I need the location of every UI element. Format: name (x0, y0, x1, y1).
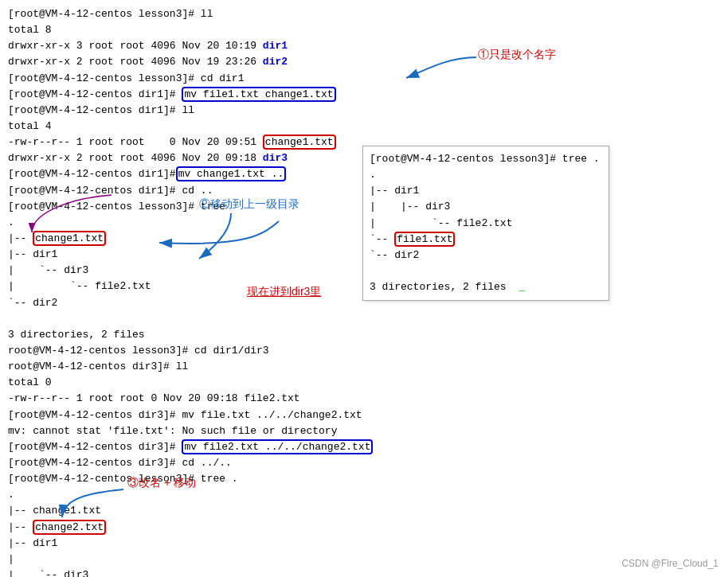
float-line-8 (370, 263, 602, 279)
line-23: root@VM-4-12-centos dir3]# ll (8, 359, 720, 375)
file1-float-highlight: file1.txt (394, 232, 455, 247)
line-31: . (8, 487, 720, 503)
annotation-now-text: 现在进到dir3里 (247, 285, 321, 298)
change1-txt-highlight: change1.txt (263, 135, 336, 150)
dir2-label: dir2 (263, 56, 288, 68)
annotation-rename: ①只是改个名字 (478, 48, 556, 62)
line-33: |-- change2.txt (8, 520, 720, 536)
line-2: total 8 (8, 22, 720, 38)
dir3-label: dir3 (263, 152, 288, 164)
float-terminal-box: [root@VM-4-12-centos lesson3]# tree . . … (362, 146, 609, 301)
float-line-2: . (370, 167, 602, 183)
line-6: [root@VM-4-12-centos dir1]# mv file1.txt… (8, 87, 720, 103)
line-29: [root@VM-4-12-centos dir3]# cd ../.. (8, 455, 720, 471)
line-1: [root@VM-4-12-centos lesson3]# ll (8, 6, 720, 22)
annotation-move-up: ②移动到上一级目录 (199, 197, 299, 212)
line-34: |-- dir1 (8, 536, 720, 552)
line-24: total 0 (8, 375, 720, 391)
float-cursor: _ (519, 281, 525, 293)
line-20 (8, 311, 720, 327)
line-35: | (8, 552, 720, 567)
annotation-now-in-dir3: 现在进到dir3里 (247, 285, 321, 299)
cmd-mv-file2: mv file2.txt ../../change2.txt (182, 439, 373, 454)
line-30: [root@VM-4-12-centos lesson3]# tree . (8, 471, 720, 487)
line-32: |-- change1.txt (8, 503, 720, 519)
dir1-label: dir1 (263, 40, 288, 52)
cmd-mv-change1: mv change1.txt .. (176, 166, 287, 181)
change2-tree-highlight: change2.txt (33, 520, 106, 535)
line-27: mv: cannot stat 'file.txt': No such file… (8, 423, 720, 439)
line-25: -rw-r--r-- 1 root root 0 Nov 20 09:18 fi… (8, 391, 720, 407)
watermark: CSDN @Fire_Cloud_1 (621, 558, 718, 569)
line-36: | `-- dir3 (8, 567, 720, 577)
line-8: total 4 (8, 119, 720, 135)
line-22: root@VM-4-12-centos lesson3]# cd dir1/di… (8, 343, 720, 359)
line-26: [root@VM-4-12-centos dir3]# mv file.txt … (8, 407, 720, 423)
annotation-rename-move: ③改名 + 移动 (127, 476, 196, 490)
float-line-9: 3 directories, 2 files _ (370, 279, 602, 295)
change1-tree-highlight: change1.txt (33, 231, 106, 246)
float-line-5: | `-- file2.txt (370, 216, 602, 232)
float-line-6: `-- file1.txt (370, 232, 602, 248)
float-line-4: | |-- dir3 (370, 199, 602, 215)
line-28: [root@VM-4-12-centos dir3]# mv file2.txt… (8, 439, 720, 455)
float-line-3: |-- dir1 (370, 183, 602, 199)
float-line-1: [root@VM-4-12-centos lesson3]# tree . (370, 151, 602, 167)
cmd-mv-file1: mv file1.txt change1.txt (182, 87, 335, 102)
line-5: [root@VM-4-12-centos lesson3]# cd dir1 (8, 71, 720, 87)
float-line-7: `-- dir2 (370, 248, 602, 263)
line-21: 3 directories, 2 files (8, 327, 720, 343)
line-4: drwxr-xr-x 2 root root 4096 Nov 19 23:26… (8, 54, 720, 70)
line-7: [root@VM-4-12-centos dir1]# ll (8, 103, 720, 119)
line-3: drwxr-xr-x 3 root root 4096 Nov 20 10:19… (8, 38, 720, 54)
